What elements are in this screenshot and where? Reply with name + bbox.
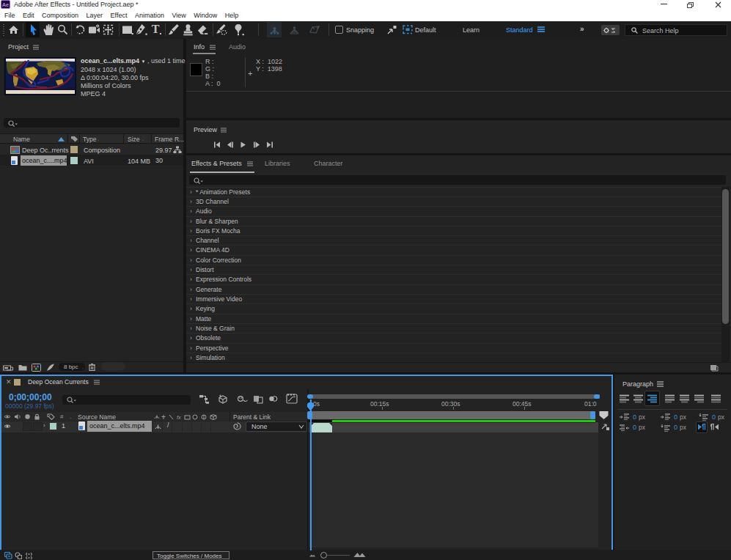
svg-text:fx: fx xyxy=(177,415,181,420)
